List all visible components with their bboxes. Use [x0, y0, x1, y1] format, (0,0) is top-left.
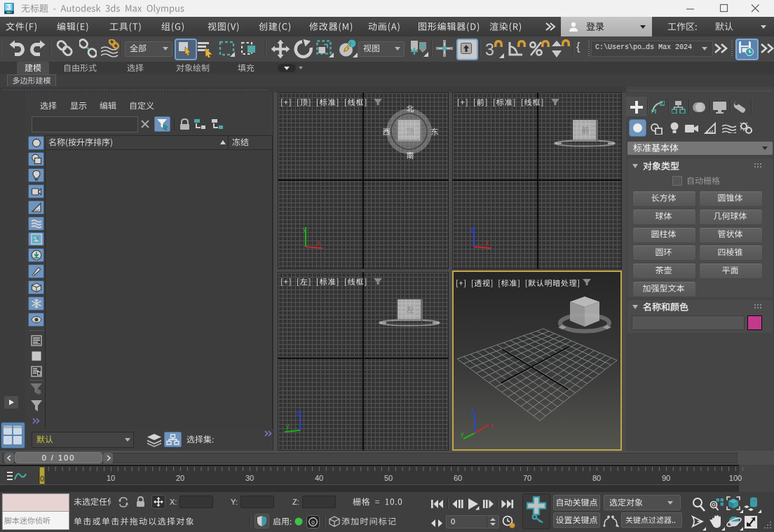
svg-text:y: y [303, 226, 306, 233]
svg-text:z: z [470, 226, 474, 233]
svg-text:y: y [286, 423, 290, 430]
svg-text:3: 3 [7, 4, 11, 11]
svg-text:x: x [485, 239, 489, 246]
svg-text:Z: Z [471, 407, 475, 415]
svg-text:z: z [297, 409, 300, 416]
svg-text:x: x [317, 239, 320, 246]
svg-text:0: 0 [311, 519, 315, 526]
svg-text:3: 3 [485, 41, 494, 59]
svg-text:x: x [490, 422, 494, 429]
svg-text:MAX: MAX [6, 11, 12, 14]
svg-text:y: y [461, 430, 464, 437]
